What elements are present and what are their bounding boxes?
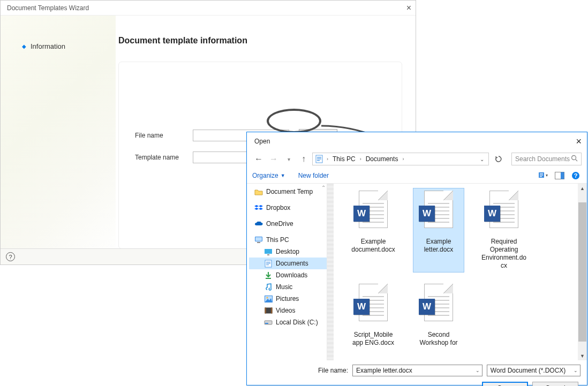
scrollbar-thumb[interactable]: [578, 202, 586, 342]
new-folder-label: New folder: [298, 172, 329, 179]
sidebar-item-information[interactable]: ◆ Information: [22, 42, 116, 50]
chevron-right-icon: ›: [401, 156, 405, 162]
template-name-label: Template name: [135, 154, 183, 161]
open-dialog: Open × ← → ▾ ↑ › This PC › Documents › ⌄…: [246, 132, 587, 385]
file-item[interactable]: WSecond Workshop for: [413, 281, 464, 350]
pictures-icon: [264, 294, 273, 303]
file-list-pane: WExample document.docxWExample letter.do…: [334, 184, 587, 360]
bullet-icon: ◆: [22, 43, 26, 49]
scroll-up-icon[interactable]: ⌃: [321, 185, 326, 191]
tree-item-this-pc[interactable]: This PC: [249, 234, 327, 246]
open-button[interactable]: Open: [482, 382, 528, 386]
new-folder-button[interactable]: New folder: [298, 172, 329, 179]
file-name-label: File name: [135, 132, 183, 139]
open-body: ⌃ Document Temp Dropbox OneDrive This PC…: [247, 184, 587, 360]
svg-rect-11: [561, 172, 564, 179]
file-name-value: Example letter.docx: [356, 367, 412, 374]
sidebar-item-label: Information: [31, 42, 65, 50]
open-toolbar: Organize ▼ New folder ?: [247, 168, 587, 184]
nav-forward-button[interactable]: →: [267, 153, 280, 165]
svg-rect-7: [540, 173, 543, 174]
close-icon[interactable]: ×: [576, 136, 582, 147]
open-titlebar: Open ×: [247, 132, 587, 150]
file-item[interactable]: WExample letter.docx: [413, 188, 464, 273]
file-grid: WExample document.docxWExample letter.do…: [348, 188, 576, 350]
word-document-icon: W: [484, 191, 524, 236]
word-document-icon: W: [353, 191, 393, 236]
document-icon: [264, 259, 273, 268]
dropbox-icon: [254, 203, 263, 212]
svg-rect-9: [540, 176, 542, 177]
search-placeholder: Search Documents: [515, 155, 570, 163]
music-icon: [264, 283, 273, 291]
view-mode-button[interactable]: [538, 170, 549, 181]
file-item[interactable]: WRequired Operating Environment.docx: [478, 188, 530, 273]
preview-pane-button[interactable]: [554, 170, 566, 181]
help-icon[interactable]: ?: [570, 170, 582, 181]
search-input[interactable]: Search Documents: [511, 153, 582, 165]
tree-item-music[interactable]: Music: [249, 281, 327, 293]
tree-item-desktop[interactable]: Desktop: [249, 246, 327, 258]
breadcrumb-this-pc[interactable]: This PC: [329, 155, 359, 163]
tree-item-downloads[interactable]: Downloads: [249, 269, 327, 281]
svg-rect-1: [317, 157, 321, 158]
tree-item-documents[interactable]: Documents: [249, 258, 327, 269]
tree-item-label: Local Disk (C:): [276, 319, 318, 326]
tree-item-local-disk-c[interactable]: Local Disk (C:): [249, 316, 327, 328]
tree-item-document-templates[interactable]: Document Temp: [249, 186, 327, 198]
breadcrumb[interactable]: › This PC › Documents › ⌄: [312, 153, 489, 165]
file-name-combo[interactable]: Example letter.docx ⌄: [352, 365, 483, 376]
tree-item-label: Music: [276, 283, 292, 291]
wizard-title: Document Templates Wizard: [7, 4, 89, 12]
chevron-down-icon[interactable]: ▾: [282, 153, 295, 165]
tree-item-dropbox[interactable]: Dropbox: [249, 202, 327, 214]
word-document-icon: W: [353, 284, 393, 329]
chevron-right-icon: ›: [326, 156, 329, 162]
scrollbar[interactable]: ▲ ▼: [578, 184, 587, 360]
download-icon: [264, 271, 273, 279]
svg-rect-20: [266, 262, 270, 262]
wizard-sidebar: ◆ Information: [1, 16, 116, 264]
chevron-down-icon: ▼: [281, 173, 285, 178]
svg-point-4: [572, 156, 576, 160]
help-icon[interactable]: ?: [6, 252, 15, 261]
organize-label: Organize: [252, 172, 278, 179]
file-item-label: Example letter.docx: [414, 238, 463, 254]
word-document-icon: W: [419, 284, 458, 329]
file-name-label: File name:: [253, 367, 348, 374]
dialog-buttons: Open Cancel: [253, 382, 581, 386]
organize-menu[interactable]: Organize ▼: [252, 172, 285, 179]
file-item-label: Required Operating Environment.docx: [480, 238, 528, 270]
file-item[interactable]: WScript_Mobile app ENG.docx: [348, 281, 399, 350]
svg-rect-16: [257, 242, 260, 243]
refresh-button[interactable]: [492, 153, 505, 165]
videos-icon: [264, 306, 273, 315]
chevron-down-icon[interactable]: ⌄: [478, 156, 486, 162]
svg-rect-2: [317, 158, 321, 160]
tree-item-label: Desktop: [276, 248, 299, 255]
breadcrumb-documents[interactable]: Documents: [363, 155, 402, 163]
scroll-up-icon[interactable]: ▲: [578, 184, 587, 193]
chevron-down-icon: ⌄: [574, 368, 578, 373]
disk-icon: [264, 318, 273, 327]
computer-icon: [254, 236, 263, 244]
scroll-down-icon[interactable]: ▼: [578, 351, 587, 360]
file-item[interactable]: WExample document.docx: [348, 188, 399, 273]
svg-rect-23: [266, 278, 271, 279]
svg-point-25: [266, 297, 268, 298]
open-footer: File name: Example letter.docx ⌄ Word Do…: [247, 360, 587, 386]
tree-item-videos[interactable]: Videos: [249, 305, 327, 316]
desktop-icon: [264, 247, 273, 256]
close-icon[interactable]: ×: [406, 3, 411, 13]
wizard-titlebar: Document Templates Wizard ×: [1, 1, 416, 16]
splitter-handle[interactable]: [327, 184, 334, 360]
svg-rect-27: [265, 308, 266, 314]
svg-rect-3: [317, 160, 320, 161]
cancel-button[interactable]: Cancel: [532, 382, 578, 386]
file-type-combo[interactable]: Word Document (*.DOCX) ⌄: [487, 365, 581, 376]
nav-up-button[interactable]: ↑: [297, 153, 310, 165]
tree-item-onedrive[interactable]: OneDrive: [249, 218, 327, 230]
tree-item-pictures[interactable]: Pictures: [249, 293, 327, 305]
svg-rect-18: [267, 254, 269, 255]
nav-back-button[interactable]: ←: [252, 153, 265, 165]
